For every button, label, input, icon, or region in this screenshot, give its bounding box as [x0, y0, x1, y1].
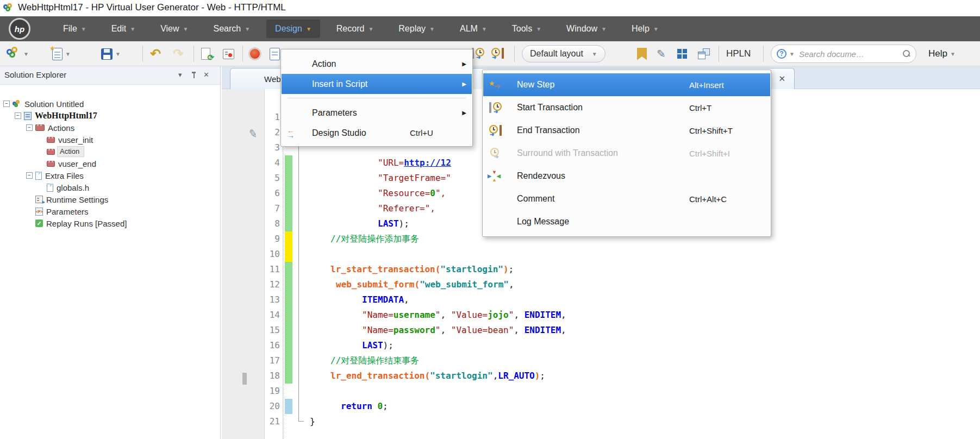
menu-shortcut: Alt+Insert — [689, 80, 724, 90]
bookmark-icon — [637, 48, 647, 60]
code-line-10[interactable]: 10 — [222, 247, 980, 262]
tree-item-parameters[interactable]: <P>Parameters — [26, 205, 89, 217]
code-line-17[interactable]: 17//对登陆操作结束事务 — [222, 353, 980, 368]
tree-item-extra-files[interactable]: −Extra Files — [26, 170, 84, 181]
redo-button[interactable]: ↷ — [173, 45, 184, 63]
runtime-settings-button[interactable]: ⟳ — [201, 45, 210, 63]
record-button[interactable] — [249, 45, 261, 63]
search-icon[interactable] — [903, 50, 910, 58]
code-line-20[interactable]: 20return 0; — [222, 399, 980, 414]
chevron-down-icon[interactable]: ▼ — [789, 51, 795, 57]
menu-item-log-message[interactable]: Log Message — [483, 210, 770, 233]
windows-button[interactable] — [698, 45, 710, 63]
annotate-button[interactable]: ✎ — [657, 45, 666, 63]
tree-item-globals-h[interactable]: globals.h — [38, 181, 89, 193]
tree-item-runtime-settings[interactable]: Runtime Settings — [26, 193, 108, 205]
code-line-18[interactable]: 18lr_end_transaction("startlogin",LR_AUT… — [222, 368, 980, 384]
code-line-19[interactable]: 19 — [222, 384, 980, 399]
undo-button[interactable]: ↶ — [150, 45, 161, 63]
code-line-13[interactable]: 13ITEMDATA, — [222, 292, 980, 308]
menu-design[interactable]: Design▼ — [266, 20, 320, 38]
runtime-icon — [35, 196, 43, 203]
tree-item-webhttphtml17[interactable]: −WebHttpHtml17 — [15, 110, 97, 122]
tree-item-label: Parameters — [46, 207, 89, 216]
tree-expander-icon[interactable]: − — [15, 112, 21, 119]
run-options-button[interactable] — [223, 45, 234, 63]
menu-window[interactable]: Window▼ — [558, 20, 615, 38]
tree-expander-icon[interactable]: − — [26, 124, 33, 131]
menu-label: Help — [632, 24, 650, 34]
menu-item-action[interactable]: Action▶ — [282, 54, 472, 74]
menu-edit[interactable]: Edit▼ — [103, 20, 144, 38]
close-icon[interactable]: ✕ — [778, 74, 785, 84]
menu-item-comment[interactable]: CommentCtrl+Alt+C — [483, 187, 770, 210]
close-icon[interactable]: ✕ — [203, 71, 209, 79]
pen-icon: ✎ — [657, 47, 666, 60]
replay-button[interactable] — [270, 45, 280, 63]
search-box[interactable]: ? ▼ Search docume… — [771, 45, 916, 63]
chevron-down-icon[interactable]: ▼ — [23, 51, 29, 57]
action-icon — [47, 161, 55, 167]
main-toolbar: ▼ ★ ▼ ▼ ↶ ↷ ⟳ ➜ — [0, 41, 980, 66]
chevron-down-icon[interactable]: ▼ — [65, 51, 71, 57]
tree-item-vuser-init[interactable]: vuser_init — [38, 134, 93, 146]
tree-item-vuser-end[interactable]: vuser_end — [38, 158, 96, 170]
change-bar — [285, 277, 292, 292]
chevron-down-icon[interactable]: ▼ — [115, 51, 121, 57]
search-input[interactable]: Search docume… — [799, 49, 903, 59]
save-button[interactable]: ▼ — [101, 45, 121, 63]
hpln-button[interactable]: HPLN — [726, 45, 751, 63]
panel-menu-chevron-icon[interactable]: ▾ — [178, 71, 182, 79]
redo-icon: ↷ — [173, 48, 184, 60]
layout-select[interactable]: Default layout▼ — [522, 45, 606, 63]
start-transaction-icon: ➜ — [472, 47, 486, 61]
code-text: "Name=username", "Value=jojo", ENDITEM, — [304, 308, 566, 323]
code-line-11[interactable]: 11lr_start_transaction("startlogin"); — [222, 262, 980, 277]
code-line-14[interactable]: 14"Name=username", "Value=jojo", ENDITEM… — [222, 308, 980, 323]
menu-item-parameters[interactable]: Parameters▶ — [282, 103, 472, 123]
code-line-21[interactable]: 21} — [222, 414, 980, 429]
start-transaction-button[interactable]: ➜ — [472, 45, 486, 63]
tree-expander-icon[interactable]: − — [26, 172, 33, 179]
menu-search[interactable]: Search▼ — [204, 20, 259, 38]
menu-tools[interactable]: Tools▼ — [503, 20, 550, 38]
menu-view[interactable]: View▼ — [152, 20, 197, 38]
line-number: 17 — [222, 353, 280, 368]
panels-layout-button[interactable] — [677, 45, 687, 63]
help-question-icon: ? — [777, 49, 787, 59]
new-step-icon: ★➔ — [489, 79, 501, 90]
menu-alm[interactable]: ALM▼ — [451, 20, 496, 38]
hp-logo-icon: hp — [9, 18, 30, 40]
end-transaction-button[interactable]: ➜ — [491, 45, 505, 63]
menu-help[interactable]: Help▼ — [623, 20, 667, 38]
code-line-12[interactable]: 12web_submit_form("web_submit_form", — [222, 277, 980, 292]
tree-item-solution-untitled[interactable]: −Solution Untitled — [3, 98, 84, 110]
tree-item-action[interactable]: Action — [38, 146, 84, 158]
menu-item-rendezvous[interactable]: ▼◀▶▲Rendezvous — [483, 165, 770, 187]
menu-file[interactable]: File▼ — [54, 20, 95, 38]
help-menu-button[interactable]: Help▼ — [928, 45, 956, 63]
new-solution-button[interactable]: ▼ — [7, 45, 29, 63]
tree-item-actions[interactable]: −Actions — [26, 122, 74, 134]
menu-item-new-step[interactable]: ★➔New StepAlt+Insert — [483, 73, 770, 96]
code-line-16[interactable]: 16LAST); — [222, 338, 980, 353]
menu-replay[interactable]: Replay▼ — [390, 20, 444, 38]
line-number: 6 — [222, 186, 280, 201]
submenu-arrow-icon: ▶ — [462, 61, 466, 67]
menu-item-design-studio[interactable]: ←→Design StudioCtrl+U — [282, 123, 472, 143]
tree-expander-icon[interactable]: − — [3, 101, 10, 107]
line-number: 4 — [222, 155, 280, 171]
bookmark-button[interactable] — [637, 45, 647, 63]
menu-record[interactable]: Record▼ — [328, 20, 382, 38]
tree-item-replay-runs-passed-[interactable]: ✓Replay Runs [Passed] — [26, 217, 127, 229]
submenu-arrow-icon: ▶ — [462, 110, 466, 116]
menu-item-start-transaction[interactable]: ➜Start TransactionCtrl+T — [483, 96, 770, 119]
menu-item-end-transaction[interactable]: ➜End TransactionCtrl+Shift+T — [483, 119, 770, 142]
menu-separator — [288, 98, 466, 98]
code-line-15[interactable]: 15"Name=password", "Value=bean", ENDITEM… — [222, 323, 980, 338]
chevron-down-icon: ▼ — [592, 51, 597, 57]
menu-item-insert-in-script[interactable]: Insert in Script▶ — [282, 74, 472, 94]
menu-label: File — [63, 24, 77, 34]
new-script-button[interactable]: ★ ▼ — [52, 45, 71, 63]
pin-icon[interactable] — [191, 72, 196, 79]
